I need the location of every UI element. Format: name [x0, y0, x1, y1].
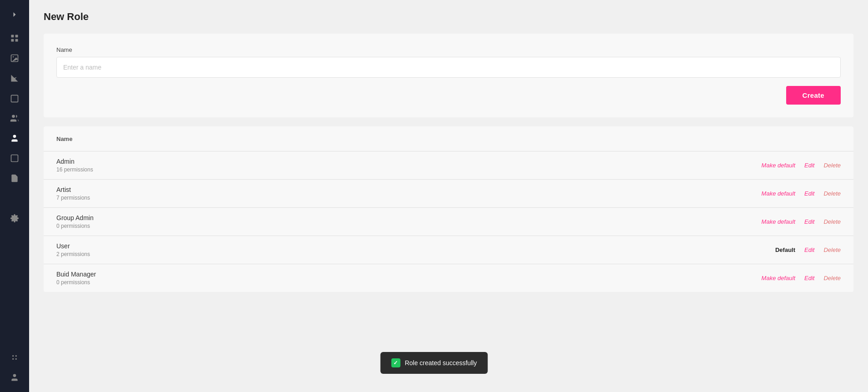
role-permissions: 0 permissions: [56, 279, 762, 286]
role-name: User: [56, 242, 775, 250]
name-label: Name: [56, 46, 841, 53]
role-info-user: User 2 permissions: [56, 242, 775, 257]
svg-point-7: [12, 115, 15, 118]
sidebar: [0, 0, 29, 392]
delete-button-admin[interactable]: Delete: [823, 162, 841, 169]
role-info-group-admin: Group Admin 0 permissions: [56, 214, 762, 229]
page-title: New Role: [44, 11, 853, 23]
row-actions: Make default Edit Delete: [762, 162, 841, 169]
svg-point-16: [12, 358, 14, 360]
sidebar-item-gallery[interactable]: [5, 49, 24, 67]
sidebar-item-users[interactable]: [5, 109, 24, 127]
svg-rect-9: [11, 155, 18, 162]
sidebar-toggle[interactable]: [5, 5, 24, 24]
make-default-button-group-admin[interactable]: Make default: [762, 218, 795, 225]
role-name: Group Admin: [56, 214, 762, 221]
role-info-artist: Artist 7 permissions: [56, 186, 762, 201]
role-info-buid-manager: Buid Manager 0 permissions: [56, 271, 762, 286]
role-permissions: 16 permissions: [56, 166, 762, 173]
sidebar-item-settings[interactable]: [5, 209, 24, 227]
svg-rect-3: [15, 39, 18, 42]
create-role-form: Name Create: [44, 34, 853, 117]
role-permissions: 7 permissions: [56, 195, 762, 201]
edit-button-admin[interactable]: Edit: [804, 162, 814, 169]
main-content: New Role Name Create Name Admin 16 permi…: [29, 0, 868, 392]
sidebar-item-apps[interactable]: [5, 348, 24, 367]
sidebar-item-user[interactable]: [5, 129, 24, 147]
sidebar-item-profile[interactable]: [5, 368, 24, 387]
svg-point-14: [12, 355, 14, 357]
table-header-name: Name: [56, 136, 72, 142]
delete-button-artist[interactable]: Delete: [823, 190, 841, 197]
table-row: Group Admin 0 permissions Make default E…: [44, 208, 853, 236]
sidebar-item-analytics[interactable]: [5, 189, 24, 207]
svg-rect-6: [11, 95, 18, 102]
toast-notification: Role created successfully: [380, 352, 488, 374]
toast-success-icon: [391, 358, 400, 367]
create-button[interactable]: Create: [786, 86, 841, 105]
name-input[interactable]: [56, 57, 841, 78]
svg-point-8: [13, 135, 16, 138]
edit-button-buid-manager[interactable]: Edit: [804, 275, 814, 281]
sidebar-item-dashboard[interactable]: [5, 29, 24, 47]
make-default-button-buid-manager[interactable]: Make default: [762, 275, 795, 281]
svg-rect-1: [15, 35, 18, 38]
sidebar-item-calendar[interactable]: [5, 89, 24, 107]
sidebar-item-table[interactable]: [5, 149, 24, 167]
row-actions: Default Edit Delete: [775, 246, 841, 253]
row-actions: Make default Edit Delete: [762, 218, 841, 225]
role-name: Admin: [56, 158, 762, 165]
sidebar-item-reports[interactable]: [5, 69, 24, 87]
edit-button-group-admin[interactable]: Edit: [804, 218, 814, 225]
toast-message: Role created successfully: [405, 359, 477, 367]
role-name: Artist: [56, 186, 762, 193]
role-name: Buid Manager: [56, 271, 762, 278]
edit-button-artist[interactable]: Edit: [804, 190, 814, 197]
delete-button-group-admin[interactable]: Delete: [823, 218, 841, 225]
make-default-button-artist[interactable]: Make default: [762, 190, 795, 197]
default-badge: Default: [775, 246, 795, 253]
table-row: Buid Manager 0 permissions Make default …: [44, 264, 853, 292]
sidebar-item-documents[interactable]: [5, 169, 24, 187]
svg-point-15: [15, 355, 17, 357]
table-row: Admin 16 permissions Make default Edit D…: [44, 151, 853, 180]
role-info-admin: Admin 16 permissions: [56, 158, 762, 173]
svg-rect-0: [11, 35, 14, 38]
table-row: Artist 7 permissions Make default Edit D…: [44, 180, 853, 208]
role-permissions: 2 permissions: [56, 251, 775, 257]
svg-point-18: [13, 374, 16, 377]
svg-point-17: [15, 358, 17, 360]
row-actions: Make default Edit Delete: [762, 190, 841, 197]
row-actions: Make default Edit Delete: [762, 275, 841, 281]
table-row: User 2 permissions Default Edit Delete: [44, 236, 853, 264]
svg-point-5: [13, 56, 14, 58]
table-header: Name: [44, 126, 853, 151]
svg-rect-2: [11, 39, 14, 42]
delete-button-buid-manager[interactable]: Delete: [823, 275, 841, 281]
role-permissions: 0 permissions: [56, 223, 762, 229]
roles-table: Name Admin 16 permissions Make default E…: [44, 126, 853, 292]
make-default-button-admin[interactable]: Make default: [762, 162, 795, 169]
delete-button-user[interactable]: Delete: [823, 246, 841, 253]
edit-button-user[interactable]: Edit: [804, 246, 814, 253]
